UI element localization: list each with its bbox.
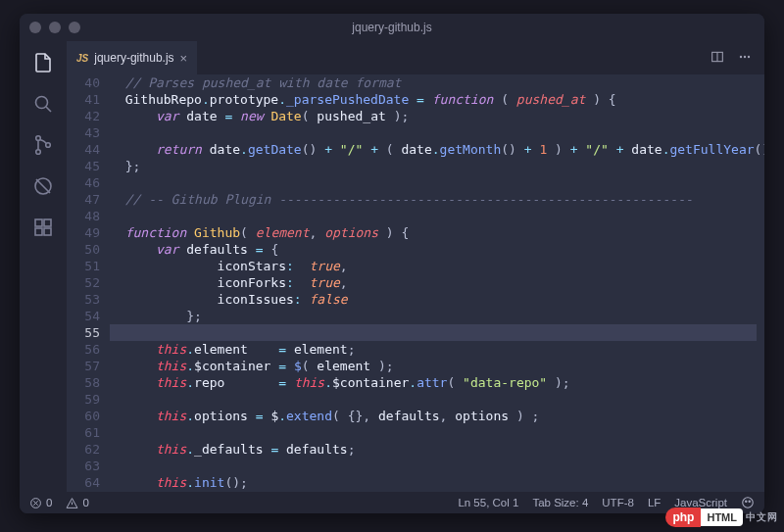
code-line[interactable]: };	[110, 158, 757, 174]
line-number: 42	[67, 108, 100, 124]
svg-rect-7	[44, 228, 51, 235]
line-number: 50	[67, 241, 100, 258]
svg-rect-5	[35, 219, 42, 226]
status-errors[interactable]: 0	[29, 497, 52, 509]
svg-rect-6	[35, 228, 42, 235]
status-warnings[interactable]: 0	[66, 497, 88, 509]
line-number: 59	[67, 391, 100, 408]
code-line[interactable]	[110, 391, 757, 408]
line-number: 49	[67, 224, 100, 241]
code-line[interactable]	[110, 208, 757, 224]
code-line[interactable]: var defaults = {	[110, 241, 757, 258]
line-number: 52	[67, 274, 100, 291]
code-line[interactable]: iconForks: true,	[110, 274, 757, 291]
status-cursor[interactable]: Ln 55, Col 1	[458, 497, 518, 508]
code-line[interactable]: this.repo = this.$container.attr( "data-…	[110, 374, 757, 391]
svg-point-0	[36, 97, 48, 109]
editor-body: JS jquery-github.js × 404142434445464748…	[20, 41, 764, 492]
tab-lang-badge: JS	[76, 53, 88, 64]
line-number: 48	[67, 208, 100, 224]
svg-point-15	[746, 501, 747, 502]
watermark-right: HTML	[701, 508, 743, 526]
tab-bar: JS jquery-github.js ×	[67, 41, 764, 74]
svg-point-2	[36, 150, 41, 155]
close-icon[interactable]: ×	[180, 51, 188, 66]
code-editor[interactable]: 4041424344454647484950515253545556575859…	[67, 74, 764, 492]
line-number: 53	[67, 291, 100, 308]
code-line[interactable]	[110, 324, 757, 341]
tab-file[interactable]: JS jquery-github.js ×	[67, 41, 197, 74]
status-bar: 0 0 Ln 55, Col 1 Tab Size: 4 UTF-8 LF Ja…	[20, 492, 764, 513]
code-line[interactable]	[110, 174, 757, 191]
line-number: 44	[67, 141, 100, 158]
code-line[interactable]: this.element = element;	[110, 341, 757, 358]
status-tabsize[interactable]: Tab Size: 4	[532, 497, 588, 508]
code-line[interactable]: this.options = $.extend( {}, defaults, o…	[110, 408, 757, 424]
code-line[interactable]: var date = new Date( pushed_at );	[110, 108, 757, 124]
title-bar: jquery-github.js	[20, 14, 764, 41]
code-line[interactable]	[110, 124, 757, 141]
code-line[interactable]: };	[110, 308, 757, 324]
line-number: 45	[67, 158, 100, 174]
status-encoding[interactable]: UTF-8	[602, 497, 634, 508]
svg-point-10	[740, 56, 741, 57]
watermark-left: php	[665, 508, 701, 527]
editor-actions	[698, 41, 764, 74]
code-line[interactable]: this.init();	[110, 474, 757, 491]
svg-rect-8	[44, 219, 51, 226]
code-line[interactable]: this.$container = $( element );	[110, 358, 757, 374]
line-number: 60	[67, 408, 100, 424]
line-number: 62	[67, 441, 100, 458]
line-gutter: 4041424344454647484950515253545556575859…	[67, 74, 110, 492]
editor-main: JS jquery-github.js × 404142434445464748…	[67, 41, 764, 492]
svg-point-11	[744, 56, 745, 57]
svg-point-12	[748, 56, 749, 57]
code-line[interactable]: // -- Github Plugin --------------------…	[110, 191, 757, 208]
editor-window: jquery-github.js JS jque	[20, 14, 764, 513]
line-number: 57	[67, 358, 100, 374]
line-number: 40	[67, 74, 100, 91]
watermark-caption: 中文网	[746, 510, 778, 524]
activity-bar	[20, 41, 67, 492]
line-number: 63	[67, 458, 100, 474]
line-number: 55	[67, 324, 100, 341]
line-number: 46	[67, 174, 100, 191]
debug-icon[interactable]	[29, 172, 57, 200]
extensions-icon[interactable]	[29, 214, 57, 241]
explorer-icon[interactable]	[29, 49, 57, 76]
line-number: 43	[67, 124, 100, 141]
line-number: 61	[67, 424, 100, 441]
code-line[interactable]: // Parses pushed_at with date format	[110, 74, 757, 91]
line-number: 41	[67, 91, 100, 108]
svg-point-16	[749, 501, 750, 502]
code-line[interactable]: iconIssues: false	[110, 291, 757, 308]
tab-filename: jquery-github.js	[94, 51, 173, 65]
more-icon[interactable]	[737, 49, 753, 68]
line-number: 58	[67, 374, 100, 391]
search-icon[interactable]	[29, 90, 57, 118]
code-line[interactable]: return date.getDate() + "/" + ( date.get…	[110, 141, 757, 158]
code-line[interactable]	[110, 458, 757, 474]
code-line[interactable]: function Github( element, options ) {	[110, 224, 757, 241]
line-number: 51	[67, 258, 100, 274]
code-line[interactable]	[110, 424, 757, 441]
status-eol[interactable]: LF	[648, 497, 661, 508]
source-control-icon[interactable]	[29, 131, 57, 159]
line-number: 54	[67, 308, 100, 324]
line-number: 64	[67, 474, 100, 491]
window-title: jquery-github.js	[20, 21, 764, 34]
line-number: 47	[67, 191, 100, 208]
code-line[interactable]: iconStars: true,	[110, 258, 757, 274]
code-line[interactable]: GithubRepo.prototype._parsePushedDate = …	[110, 91, 757, 108]
split-editor-icon[interactable]	[710, 49, 725, 68]
code-line[interactable]: this._defaults = defaults;	[110, 441, 757, 458]
watermark-badge: php HTML 中文网	[665, 508, 778, 527]
line-number: 56	[67, 341, 100, 358]
svg-point-14	[743, 498, 754, 508]
code-area[interactable]: // Parses pushed_at with date format Git…	[110, 74, 764, 492]
svg-point-3	[46, 143, 51, 148]
